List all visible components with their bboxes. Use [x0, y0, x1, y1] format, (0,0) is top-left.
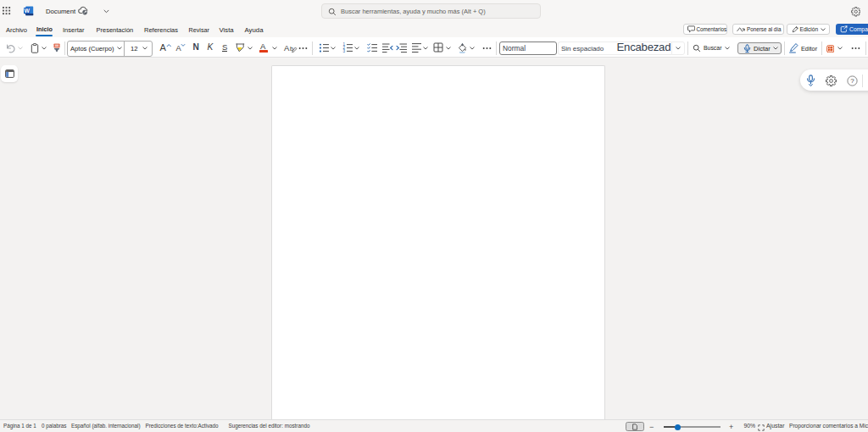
- svg-text:W: W: [24, 8, 30, 14]
- svg-text:3: 3: [343, 49, 346, 53]
- svg-text:?: ?: [850, 77, 854, 85]
